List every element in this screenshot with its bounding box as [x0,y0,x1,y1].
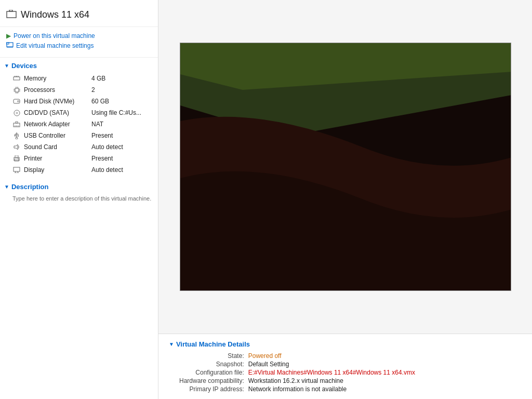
printer-icon [12,154,21,163]
sound-icon [12,143,21,151]
device-name: Memory [24,75,91,82]
device-name: Hard Disk (NVMe) [24,98,91,105]
bottom-info: ▼ Virtual Machine Details State: Powered… [158,334,532,399]
snapshot-value: Default Setting [248,361,522,368]
vm-title-area: Windows 11 x64 [0,5,158,27]
list-item[interactable]: USB Controller Present [0,130,158,141]
svg-rect-2 [7,43,13,47]
device-value: Using file C:#Us... [91,109,152,116]
vm-title: Windows 11 x64 [21,9,89,20]
config-value: E:#Virtual Machines#Windows 11 x64#Windo… [248,369,522,376]
edit-settings-label: Edit virtual machine settings [16,42,94,49]
hdd-icon [12,97,21,105]
details-arrow: ▼ [169,341,174,347]
config-label: Configuration file: [179,369,244,376]
svg-rect-7 [16,76,17,77]
state-label: State: [179,352,244,360]
power-on-link[interactable]: ▶ Power on this virtual machine [6,32,152,39]
device-value: Auto detect [91,166,152,174]
description-section-header[interactable]: ▼ Description [0,179,158,193]
usb-icon [12,131,21,140]
device-value: NAT [91,121,152,128]
device-name: Printer [24,155,91,162]
svg-rect-6 [15,76,16,77]
devices-table: Memory 4 GB Processors 2 Hard Disk (NVMe… [0,72,158,177]
ip-value: Network information is not available [248,385,522,393]
svg-rect-39 [14,167,20,171]
svg-point-33 [18,136,19,137]
device-value: Present [91,155,152,162]
device-name: CD/DVD (SATA) [24,109,91,116]
svg-rect-31 [15,135,16,136]
device-name: Display [24,166,91,174]
device-name: Network Adapter [24,121,91,128]
devices-section-header[interactable]: ▼ Devices [0,58,158,72]
actions-area: ▶ Power on this virtual machine Edit vir… [0,27,158,58]
display-icon [12,166,21,174]
device-value: Present [91,132,152,139]
vm-icon [6,10,17,20]
snapshot-label: Snapshot: [179,361,244,368]
network-icon [12,120,21,128]
description-title: Description [11,183,49,191]
svg-rect-0 [7,11,16,18]
right-panel: ▼ Virtual Machine Details State: Powered… [158,0,532,399]
hardware-label: Hardware compatibility: [179,377,244,384]
svg-rect-36 [15,155,18,157]
list-item[interactable]: Display Auto detect [0,164,158,176]
device-name: Sound Card [24,143,91,151]
cpu-icon [12,86,21,94]
svg-point-19 [18,101,19,102]
svg-marker-34 [14,144,18,150]
devices-arrow: ▼ [4,63,9,69]
list-item[interactable]: Network Adapter NAT [0,118,158,130]
hardware-value: Workstation 16.2.x virtual machine [248,377,522,384]
devices-title: Devices [11,62,37,70]
list-item[interactable]: Printer Present [0,153,158,164]
svg-point-21 [16,112,18,114]
dvd-icon [12,109,21,117]
details-title: Virtual Machine Details [176,340,250,348]
ip-label: Primary IP address: [179,385,244,393]
state-value: Powered off [248,352,522,360]
list-item[interactable]: Sound Card Auto detect [0,141,158,153]
list-item[interactable]: Processors 2 [0,84,158,96]
description-text: Type here to enter a description of this… [0,193,158,205]
description-arrow: ▼ [4,184,9,190]
power-on-label: Power on this virtual machine [14,32,95,39]
edit-settings-link[interactable]: Edit virtual machine settings [6,42,152,49]
svg-rect-8 [18,76,19,77]
svg-rect-9 [15,88,19,92]
device-name: Processors [24,86,91,94]
vm-details-header[interactable]: ▼ Virtual Machine Details [169,340,522,348]
left-panel: Windows 11 x64 ▶ Power on this virtual m… [0,0,158,399]
vm-display-area [158,0,532,334]
svg-point-38 [18,158,19,159]
memory-icon [12,74,21,83]
main-container: Windows 11 x64 ▶ Power on this virtual m… [0,0,532,399]
description-section: ▼ Description Type here to enter a descr… [0,177,158,207]
edit-icon [6,42,14,49]
play-icon: ▶ [6,32,11,39]
list-item[interactable]: CD/DVD (SATA) Using file C:#Us... [0,107,158,118]
device-value: Auto detect [91,143,152,151]
device-name: USB Controller [24,132,91,139]
svg-rect-1 [9,10,12,11]
list-item[interactable]: Memory 4 GB [0,73,158,84]
vm-canvas [180,43,511,290]
list-item[interactable]: Hard Disk (NVMe) 60 GB [0,96,158,107]
device-value: 4 GB [91,75,152,82]
svg-point-20 [14,110,20,116]
vm-screen[interactable] [180,43,511,291]
details-table: State: Powered off Snapshot: Default Set… [169,352,522,393]
device-value: 60 GB [91,98,152,105]
device-value: 2 [91,86,152,94]
svg-rect-5 [14,77,20,80]
